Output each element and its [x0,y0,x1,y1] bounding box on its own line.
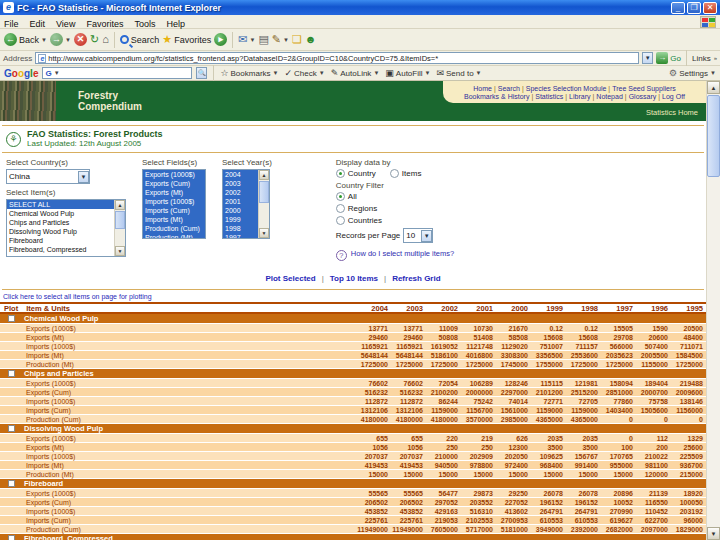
back-button[interactable]: ← Back ▼ [4,33,47,46]
google-search-input[interactable]: G ▼ [42,67,192,79]
list-item[interactable]: Production (Mt) [143,233,205,239]
refresh-button[interactable]: ↻ [90,33,99,46]
google-search-dropdown-icon[interactable]: ▼ [54,70,60,76]
country-select[interactable]: China ▼ [6,169,90,184]
list-item[interactable]: Imports (Cum) [143,206,205,215]
list-item[interactable]: 2001 [223,197,258,206]
list-item[interactable]: Chips and Particles [7,218,114,227]
menu-tools[interactable]: Tools [134,19,155,29]
years-listbox[interactable]: 200420032002200120001999199819971996 ▲ ▼ [222,169,270,239]
favorites-button[interactable]: ★ Favorites [162,33,211,46]
radio-icon[interactable] [336,204,345,213]
home-button[interactable]: ⌂ [102,33,109,46]
radio-icon[interactable] [336,169,345,178]
items-listbox[interactable]: SELECT ALLChemical Wood PulpChips and Pa… [6,199,126,257]
list-item[interactable]: Exports (Cum) [143,179,205,188]
list-item[interactable]: Fibreboard, Compressed [7,245,114,254]
nav-link-search[interactable]: Search [498,85,520,92]
nav-link-log-off[interactable]: Log Off [662,93,685,100]
plot-checkbox[interactable] [8,315,15,322]
menu-favorites[interactable]: Favorites [86,19,123,29]
plot-checkbox[interactable] [8,425,15,432]
list-item[interactable]: 2000 [223,206,258,215]
nav-link-library[interactable]: Library [569,93,590,100]
menu-view[interactable]: View [56,19,75,29]
nav-link-tree-seed-suppliers[interactable]: Tree Seed Suppliers [612,85,676,92]
discuss-button[interactable]: ❏ [292,33,302,46]
select-all-link[interactable]: Click here to select all items on page f… [0,290,706,302]
years-listbox-scrollbar[interactable]: ▲ ▼ [258,170,269,238]
autofill-button[interactable]: ▣AutoFill▼ [385,68,430,78]
menu-edit[interactable]: Edit [30,19,46,29]
country-filter-option-countries[interactable]: Countries [336,216,454,225]
stop-button[interactable]: ✕ [74,33,87,46]
list-item[interactable]: Fibreboard [7,236,114,245]
display-by-option-country[interactable]: Country [336,169,376,178]
action-refresh-grid[interactable]: Refresh Grid [392,274,440,283]
scroll-down-icon[interactable]: ▼ [259,228,269,238]
menu-help[interactable]: Help [166,19,185,29]
page-scrollbar[interactable]: ▲ ▼ [706,81,720,540]
minimize-button[interactable]: _ [671,2,685,14]
close-button[interactable]: ✕ [703,2,717,14]
scroll-up-icon[interactable]: ▲ [115,200,125,210]
plot-checkbox[interactable] [8,535,15,540]
back-dropdown-icon[interactable]: ▼ [41,37,47,43]
bookmarks-button[interactable]: ☆Bookmarks▼ [220,68,278,78]
list-item[interactable]: SELECT ALL [7,200,114,209]
scroll-up-icon[interactable]: ▲ [707,81,720,94]
display-by-option-items[interactable]: Items [390,169,422,178]
list-item[interactable]: 2003 [223,179,258,188]
check-button[interactable]: ✓Check▼ [285,68,325,78]
list-item[interactable]: Production (Cum) [143,224,205,233]
mail-button[interactable]: ✉▼ [238,33,255,46]
search-button[interactable]: Search [120,35,160,45]
action-top-10-items[interactable]: Top 10 Items [330,274,378,283]
statistics-home-link[interactable]: Statistics Home [646,108,698,117]
multi-select-help[interactable]: ? How do I select multiple items? [336,250,454,261]
radio-icon[interactable] [390,169,399,178]
list-item[interactable]: Imports (1000$) [143,197,205,206]
send-to-button[interactable]: ✉Send to▼ [436,68,481,78]
edit-button[interactable]: ✎▼ [272,33,289,46]
records-dropdown-icon[interactable]: ▼ [421,230,432,242]
print-button[interactable]: ▤ [258,33,268,46]
scrollbar-thumb[interactable] [707,95,720,177]
list-item[interactable]: Chemical Wood Pulp [7,209,114,218]
plot-checkbox[interactable] [8,480,15,487]
list-item[interactable]: 2004 [223,170,258,179]
scroll-up-icon[interactable]: ▲ [259,170,269,180]
google-search-button[interactable]: 🔍 [196,67,207,79]
media-button[interactable]: ▸ [214,33,227,46]
restore-button[interactable]: ❐ [687,2,701,14]
radio-icon[interactable] [336,216,345,225]
list-item[interactable]: Dissolving Wood Pulp [7,227,114,236]
messenger-button[interactable]: ☻ [305,33,317,46]
list-item[interactable]: 2002 [223,188,258,197]
scroll-down-icon[interactable]: ▼ [707,527,720,540]
fields-listbox[interactable]: Exports (1000$)Exports (Cum)Exports (Mt)… [142,169,206,239]
forward-button[interactable]: → ▼ [50,33,71,46]
address-dropdown-icon[interactable]: ▼ [642,52,653,64]
autolink-button[interactable]: ✎AutoLink▼ [331,68,380,78]
country-dropdown-icon[interactable]: ▼ [78,171,89,183]
records-per-page-select[interactable]: 10 ▼ [403,228,433,243]
mail-dropdown-icon[interactable]: ▼ [249,37,255,43]
go-button[interactable]: → Go [656,52,681,64]
address-input[interactable]: e http://www.cabicompendium.org/fc/stati… [35,52,639,64]
help-link[interactable]: How do I select multiple items? [351,250,454,258]
links-chevron-icon[interactable]: » [714,55,717,61]
nav-link-home[interactable]: Home [473,85,492,92]
list-item[interactable]: 1997 [223,233,258,239]
items-listbox-scrollbar[interactable]: ▲ ▼ [114,200,125,256]
nav-link-statistics[interactable]: Statistics [535,93,563,100]
list-item[interactable]: Exports (1000$) [143,170,205,179]
nav-link-glossary[interactable]: Glossary [629,93,657,100]
country-filter-option-regions[interactable]: Regions [336,204,454,213]
nav-link-notepad[interactable]: Notepad [596,93,622,100]
edit-dropdown-icon[interactable]: ▼ [283,37,289,43]
forward-dropdown-icon[interactable]: ▼ [65,37,71,43]
nav-link-bookmarks-history[interactable]: Bookmarks & History [464,93,529,100]
links-label[interactable]: Links [692,54,711,63]
list-item[interactable]: 1999 [223,215,258,224]
